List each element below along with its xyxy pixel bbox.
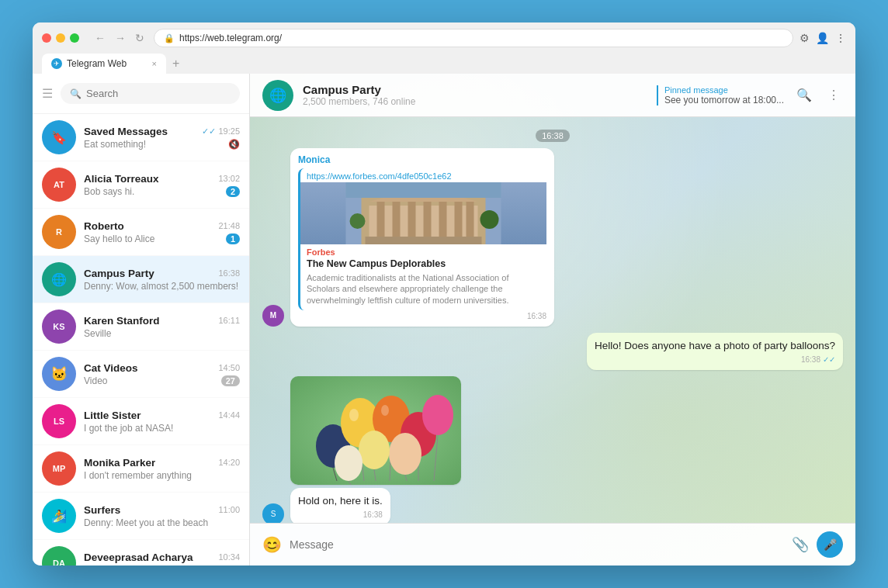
avatar-saved: 🔖: [42, 120, 76, 154]
chat-time-campus: 16:38: [218, 268, 240, 278]
active-tab[interactable]: ✈ Telegram Web ×: [42, 54, 166, 74]
new-tab-button[interactable]: +: [166, 54, 186, 74]
back-button[interactable]: ←: [92, 30, 109, 46]
msg-meta-hold-on: 16:38: [298, 510, 383, 519]
msg-time-monica: 16:38: [527, 312, 546, 320]
tab-close-button[interactable]: ×: [152, 59, 157, 68]
message-input[interactable]: [290, 538, 784, 551]
url-text: https://web.telegram.org/: [179, 33, 282, 43]
hamburger-button[interactable]: ☰: [42, 86, 53, 101]
browser-controls: ← → ↻ 🔒 https://web.telegram.org/ ⚙ 👤 ⋮: [42, 29, 846, 47]
chat-item-surfers[interactable]: 🏄 Surfers 11:00 Denny: Meet you at the b…: [33, 493, 249, 540]
sidebar: ☰ 🔍 🔖 Saved Messages ✓✓ 19:25: [33, 74, 250, 566]
close-window-button[interactable]: [42, 33, 51, 43]
browser-chrome: ← → ↻ 🔒 https://web.telegram.org/ ⚙ 👤 ⋮ …: [33, 22, 855, 74]
chat-preview-saved: Eat something!: [84, 139, 146, 150]
muted-icon-saved: 🔇: [228, 139, 240, 150]
chat-item-saved[interactable]: 🔖 Saved Messages ✓✓ 19:25 Eat something!…: [33, 114, 249, 161]
maximize-window-button[interactable]: [70, 33, 79, 43]
chat-name-roberto: Roberto: [84, 220, 124, 232]
time-badge: 16:38: [536, 130, 570, 142]
chat-name-catvideos: Cat Videos: [84, 362, 138, 374]
chat-time-roberto: 21:48: [218, 221, 240, 230]
chat-time-karen: 16:11: [218, 316, 240, 325]
chat-time-deeveep: 10:34: [218, 552, 240, 562]
chat-item-alicia[interactable]: AT Alicia Torreaux 13:02 Bob says hi. 2: [33, 161, 249, 209]
chat-item-catvideos[interactable]: 🐱 Cat Videos 14:50 Video 27: [33, 351, 249, 398]
svg-point-13: [350, 213, 366, 229]
reload-button[interactable]: ↻: [132, 30, 147, 46]
chat-content-saved: Saved Messages ✓✓ 19:25 Eat something! 🔇: [84, 126, 240, 150]
chat-header-subtitle: 2,500 members, 746 online: [303, 96, 647, 107]
avatar-karen: KS: [42, 310, 76, 344]
chat-name-alicia: Alicia Torreaux: [84, 173, 159, 185]
chat-content-karen: Karen Stanford 16:11 Seville: [84, 315, 240, 339]
chat-item-campus[interactable]: 🌐 Campus Party 16:38 Denny: Wow, almost …: [33, 256, 249, 303]
chat-name-saved: Saved Messages: [84, 126, 168, 137]
chat-content-monika: Monika Parker 14:20 I don't remember any…: [84, 457, 240, 481]
chat-time-alicia: 13:02: [218, 174, 240, 183]
svg-rect-11: [366, 237, 482, 244]
chat-item-sister[interactable]: LS Little Sister 14:44 I got the job at …: [33, 398, 249, 445]
chat-item-karen[interactable]: KS Karen Stanford 16:11 Seville: [33, 303, 249, 351]
profile-icon[interactable]: 👤: [816, 32, 829, 44]
search-input[interactable]: [86, 88, 231, 99]
emoji-button[interactable]: 😊: [262, 535, 282, 554]
badge-roberto: 1: [226, 233, 240, 244]
menu-icon[interactable]: ⋮: [835, 32, 846, 44]
msg-meta-balloons: 16:38 ✓✓: [595, 355, 835, 364]
message-balloon-image: S: [262, 376, 843, 523]
search-box[interactable]: 🔍: [61, 83, 240, 104]
secure-icon: 🔒: [164, 33, 175, 43]
msg-time-hold-on: 16:38: [363, 510, 383, 519]
address-bar[interactable]: 🔒 https://web.telegram.org/: [154, 29, 793, 47]
settings-icon[interactable]: ⚙: [800, 32, 810, 44]
app-container: ☰ 🔍 🔖 Saved Messages ✓✓ 19:25: [33, 74, 855, 566]
telegram-favicon: ✈: [51, 58, 62, 69]
chat-header-info[interactable]: Campus Party 2,500 members, 746 online: [303, 83, 647, 107]
avatar-roberto: R: [42, 215, 76, 249]
chat-time-monika: 14:20: [218, 458, 240, 467]
traffic-lights: [42, 33, 79, 43]
more-options-button[interactable]: ⋮: [824, 85, 843, 105]
search-chat-button[interactable]: 🔍: [793, 85, 815, 105]
chat-content-catvideos: Cat Videos 14:50 Video 27: [84, 362, 240, 386]
avatar-campus: 🌐: [42, 262, 76, 296]
mic-button[interactable]: 🎤: [817, 531, 843, 558]
chat-preview-roberto: Say hello to Alice: [84, 233, 154, 244]
search-icon: 🔍: [70, 88, 82, 99]
chat-item-roberto[interactable]: R Roberto 21:48 Say hello to Alice 1: [33, 209, 249, 256]
pinned-message-area[interactable]: Pinned message See you tomorrow at 18:00…: [657, 85, 784, 105]
msg-sender-monica: Monica: [298, 154, 546, 165]
bubble-monica-link: Monica https://www.forbes.com/4dfe050c1e…: [290, 148, 554, 327]
browser-menu-icons: ⚙ 👤 ⋮: [800, 32, 846, 44]
minimize-window-button[interactable]: [56, 33, 65, 43]
chat-name-surfers: Surfers: [84, 504, 120, 516]
link-title: The New Campus Deplorables: [300, 257, 546, 271]
avatar-monica: M: [262, 305, 284, 327]
svg-point-14: [480, 210, 499, 229]
link-source: Forbes: [300, 244, 546, 257]
chat-item-monika[interactable]: MP Monika Parker 14:20 I don't remember …: [33, 445, 249, 493]
chat-item-deeveep[interactable]: DA Deveeprasad Acharya 10:34 typing...: [33, 540, 249, 566]
forward-button[interactable]: →: [112, 30, 129, 46]
badge-catvideos: 27: [221, 375, 240, 386]
link-preview[interactable]: https://www.forbes.com/4dfe050c1e62: [298, 168, 546, 310]
chat-content-alicia: Alicia Torreaux 13:02 Bob says hi. 2: [84, 173, 240, 197]
svg-point-26: [389, 433, 421, 475]
chat-preview-alicia: Bob says hi.: [84, 186, 134, 197]
pinned-label: Pinned message: [664, 85, 784, 95]
msg-text-balloons: Hello! Does anyone have a photo of party…: [595, 339, 835, 354]
attach-button[interactable]: 📎: [792, 536, 809, 553]
chat-main: 🌐 Campus Party 2,500 members, 746 online…: [250, 74, 855, 566]
chat-content-deeveep: Deveeprasad Acharya 10:34 typing...: [84, 552, 240, 566]
chat-time-saved: ✓✓ 19:25: [202, 126, 240, 137]
message-outgoing-balloons: Hello! Does anyone have a photo of party…: [262, 333, 843, 370]
chat-time-catvideos: 14:50: [218, 363, 240, 372]
double-check-balloons: ✓✓: [823, 355, 835, 364]
chat-input-area: 😊 📎 🎤: [250, 523, 855, 566]
msg-time-balloons: 16:38: [801, 355, 820, 364]
browser-window: ← → ↻ 🔒 https://web.telegram.org/ ⚙ 👤 ⋮ …: [33, 22, 855, 566]
link-url: https://www.forbes.com/4dfe050c1e62: [300, 168, 546, 182]
chat-content-roberto: Roberto 21:48 Say hello to Alice 1: [84, 220, 240, 244]
